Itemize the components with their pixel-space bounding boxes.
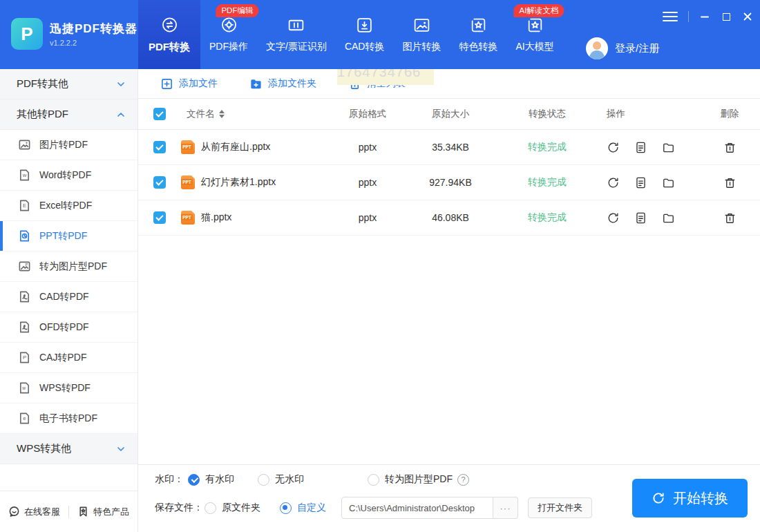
file-name: 幻灯片素材1.pptx — [201, 176, 276, 189]
svg-text:w: w — [22, 172, 27, 178]
svg-text:P: P — [23, 354, 26, 361]
minimize-button[interactable] — [699, 11, 710, 22]
tab-pdf-operate[interactable]: PDF编辑 PDF操作 — [200, 0, 257, 69]
add-file-button[interactable]: 添加文件 — [160, 77, 218, 91]
download-box-icon — [355, 16, 374, 35]
sidebar-item-ppt-to-pdf[interactable]: PPT转PDF — [0, 221, 137, 251]
open-document-icon[interactable] — [634, 211, 647, 225]
tab-image-convert[interactable]: 图片转换 — [393, 0, 450, 69]
reconvert-icon[interactable] — [607, 141, 620, 154]
sidebar-item-label: CAJ转PDF — [39, 352, 86, 364]
tab-special-convert[interactable]: 特色转换 — [450, 0, 506, 69]
sidebar-item-label: 转为图片型PDF — [39, 260, 107, 273]
help-icon[interactable]: ? — [457, 474, 469, 486]
featured-products-button[interactable]: 特色产品 — [69, 506, 137, 518]
open-document-icon[interactable] — [634, 141, 647, 154]
custom-folder-radio[interactable] — [280, 502, 292, 514]
online-support-button[interactable]: 在线客服 — [0, 506, 68, 518]
sidebar-group-wps-to-other[interactable]: WPS转其他 — [0, 434, 137, 464]
file-name: 从前有座山.pptx — [201, 141, 270, 153]
table-row: 猫.pptx pptx 46.08KB 转换完成 — [138, 200, 760, 236]
sidebar-group-pdf-to-other[interactable]: PDF转其他 — [0, 69, 137, 99]
sidebar-item-word-to-pdf[interactable]: w Word转PDF — [0, 160, 137, 191]
add-folder-button[interactable]: 添加文件夹 — [249, 77, 316, 91]
svg-text:P: P — [25, 262, 28, 267]
sidebar-item-ofd-to-pdf[interactable]: OFD转PDF — [0, 312, 137, 343]
start-convert-label: 开始转换 — [673, 489, 728, 508]
pdf-doc-icon — [18, 321, 31, 334]
tab-pdf-convert[interactable]: PDF转换 — [138, 0, 200, 69]
pdf-doc-icon — [18, 290, 31, 303]
start-convert-button[interactable]: 开始转换 — [632, 479, 748, 517]
with-watermark-radio[interactable] — [188, 474, 200, 486]
clear-list-button[interactable]: 清空列表 — [348, 77, 406, 91]
menu-icon[interactable] — [663, 12, 678, 21]
open-document-icon[interactable] — [634, 176, 647, 189]
tab-label: CAD转换 — [345, 41, 385, 53]
file-toolbar: 添加文件 添加文件夹 清空列表 — [138, 69, 760, 99]
original-folder-radio[interactable] — [205, 502, 216, 514]
tab-label: PDF操作 — [209, 41, 248, 53]
svg-text:e: e — [23, 415, 26, 421]
tab-label: PDF转换 — [149, 41, 190, 54]
save-path-input[interactable] — [341, 497, 493, 519]
to-image-pdf-radio[interactable] — [368, 474, 379, 486]
pdf-edit-badge: PDF编辑 — [216, 4, 258, 17]
image-icon — [412, 16, 431, 35]
top-nav-tabs: PDF转换 PDF编辑 PDF操作 文字/票证识别 CAD转换 — [138, 0, 563, 69]
sidebar-group-other-to-pdf[interactable]: 其他转PDF — [0, 99, 137, 130]
tab-cad-convert[interactable]: CAD转换 — [336, 0, 394, 69]
sidebar-item-to-image-pdf[interactable]: P 转为图片型PDF — [0, 251, 137, 282]
table-row: 从前有座山.pptx pptx 35.34KB 转换完成 — [138, 130, 760, 165]
sidebar-item-wps-to-pdf[interactable]: w WPS转PDF — [0, 373, 137, 403]
ticket-icon — [287, 16, 305, 35]
row-checkbox[interactable] — [153, 141, 166, 153]
sidebar-item-caj-to-pdf[interactable]: P CAJ转PDF — [0, 343, 137, 373]
open-folder-icon[interactable] — [662, 176, 675, 189]
watermark-label: 水印： — [155, 473, 184, 486]
without-watermark-radio[interactable] — [258, 474, 269, 486]
reconvert-icon[interactable] — [607, 211, 620, 225]
sidebar-item-ebook-to-pdf[interactable]: e 电子书转PDF — [0, 403, 137, 434]
avatar[interactable] — [586, 37, 608, 59]
file-format: pptx — [326, 212, 409, 223]
sidebar-item-excel-to-pdf[interactable]: E Excel转PDF — [0, 191, 137, 221]
maximize-button[interactable] — [721, 11, 732, 22]
app-logo-area: P 迅捷PDF转换器 v1.2.2.2 — [11, 18, 137, 50]
row-checkbox[interactable] — [153, 176, 166, 189]
sidebar-item-label: OFD转PDF — [39, 321, 89, 334]
sidebar-item-image-to-pdf[interactable]: 图片转PDF — [0, 130, 137, 160]
delete-trash-icon[interactable] — [723, 176, 737, 189]
file-table-header: 文件名 原始格式 原始大小 转换状态 操作 删除 — [138, 99, 760, 130]
login-register-link[interactable]: 登录/注册 — [615, 42, 659, 55]
close-button[interactable] — [742, 11, 753, 22]
reconvert-icon[interactable] — [607, 176, 620, 189]
close-icon — [743, 12, 752, 21]
star-box-icon — [526, 16, 544, 35]
row-checkbox[interactable] — [153, 211, 166, 224]
browse-button[interactable]: ··· — [493, 497, 518, 519]
open-folder-icon[interactable] — [662, 141, 675, 154]
chevron-down-icon — [117, 445, 125, 453]
select-all-checkbox[interactable] — [153, 108, 166, 120]
open-folder-icon[interactable] — [662, 211, 675, 225]
ppt-file-icon — [181, 140, 195, 154]
add-file-label: 添加文件 — [179, 77, 218, 90]
sidebar-item-label: Excel转PDF — [39, 200, 92, 212]
sidebar-item-label: 电子书转PDF — [39, 412, 97, 425]
tab-ai-model[interactable]: AI解读文档 AI大模型 — [506, 0, 562, 69]
image-pdf-icon: P — [18, 260, 31, 273]
delete-trash-icon[interactable] — [723, 211, 737, 225]
tab-ocr[interactable]: 文字/票证识别 — [257, 0, 336, 69]
sort-icon[interactable] — [219, 110, 225, 118]
sidebar-item-cad-to-pdf[interactable]: CAD转PDF — [0, 282, 137, 312]
delete-trash-icon[interactable] — [723, 141, 737, 154]
open-folder-button[interactable]: 打开文件夹 — [528, 497, 592, 518]
tab-label: 特色转换 — [459, 41, 497, 53]
user-area[interactable]: 登录/注册 — [586, 37, 659, 59]
tab-label: 文字/票证识别 — [266, 41, 327, 53]
top-bar: P 迅捷PDF转换器 v1.2.2.2 PDF转换 PDF编辑 PDF操作 — [0, 0, 760, 69]
file-format: pptx — [326, 142, 409, 153]
transfer-circle-icon — [160, 16, 179, 35]
custom-folder-label: 自定义 — [297, 502, 326, 514]
